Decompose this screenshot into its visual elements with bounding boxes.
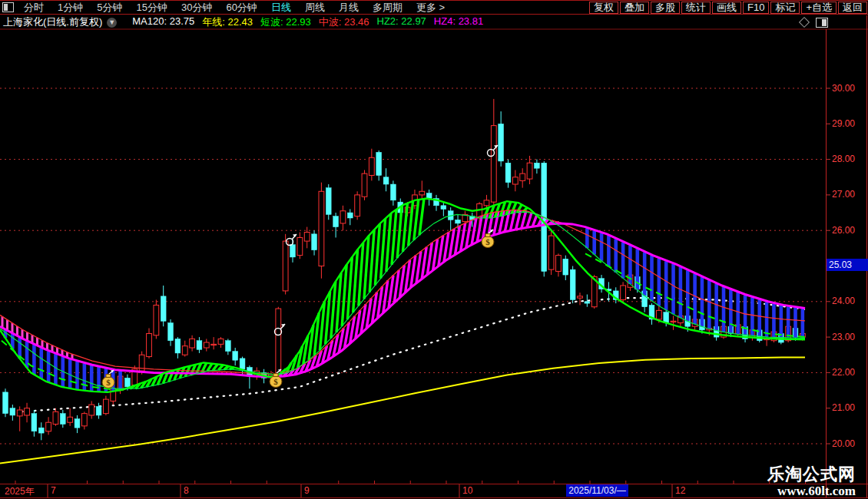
date-axis-year-label: 2025年 bbox=[5, 485, 35, 498]
app-window: { "colors":{"up":"#ff3232","down":"#55ff… bbox=[0, 0, 868, 499]
svg-text:$: $ bbox=[106, 378, 111, 387]
price-axis-label: 21.00 bbox=[832, 403, 867, 413]
watermark-site-url: www.60lt.com bbox=[767, 484, 856, 498]
chart-canvas[interactable]: $$$ bbox=[0, 0, 868, 499]
date-axis: 2025年7891012 bbox=[0, 484, 868, 497]
watermark-site-name: 乐淘公式网 bbox=[767, 465, 856, 484]
price-cursor-box: 25.03 bbox=[827, 259, 868, 271]
date-axis-label: 9 bbox=[304, 485, 310, 496]
svg-text:$: $ bbox=[485, 237, 490, 246]
price-axis-label: 27.00 bbox=[832, 190, 867, 200]
price-axis-label: 29.00 bbox=[832, 119, 867, 129]
price-axis-label: 22.00 bbox=[832, 368, 867, 378]
date-axis-label: 7 bbox=[51, 485, 56, 496]
date-axis-label: 12 bbox=[675, 485, 685, 496]
date-axis-label: 8 bbox=[184, 485, 189, 496]
watermark: 乐淘公式网 www.60lt.com bbox=[767, 465, 856, 498]
svg-text:$: $ bbox=[273, 377, 278, 386]
price-axis-label: 24.00 bbox=[832, 296, 867, 306]
price-axis-label: 26.00 bbox=[832, 226, 867, 236]
indicator-lines bbox=[0, 199, 805, 392]
date-axis-label: 10 bbox=[462, 485, 472, 496]
price-axis-label: 28.00 bbox=[832, 154, 867, 164]
date-cursor-box: 2025/11/03/— bbox=[566, 484, 628, 497]
price-axis-label: 23.00 bbox=[832, 332, 867, 342]
price-axis-label: 20.00 bbox=[832, 439, 867, 449]
price-axis-label: 30.00 bbox=[832, 84, 867, 94]
price-gridlines bbox=[0, 88, 825, 444]
